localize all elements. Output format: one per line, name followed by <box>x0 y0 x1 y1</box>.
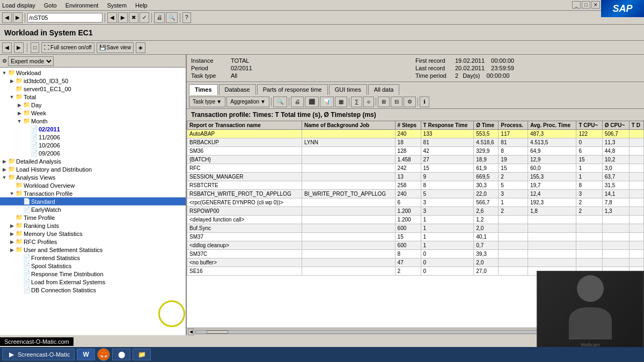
menu-help[interactable]: Help <box>135 2 148 9</box>
ctb-btn10[interactable]: ⊞ <box>378 97 390 107</box>
tree-item[interactable]: ▶📁Memory Use Statistics <box>0 230 186 238</box>
tree-item[interactable]: 📁Workload Overview <box>0 181 186 189</box>
tree-item[interactable]: 📄Response Time Distribution <box>0 270 186 278</box>
table-row[interactable]: RSPOWP001.20032,621,821,3 <box>187 207 644 216</box>
scroll-left-btn[interactable]: ◀ <box>188 329 194 335</box>
nav-btn4[interactable]: ✓ <box>140 12 149 23</box>
tree-item[interactable]: ▶📁id3tdc00_ID3_50 <box>0 77 186 85</box>
ctb-btn8[interactable]: ∑ <box>351 97 362 107</box>
taskbar-screencast[interactable]: ▶ Screencast-O-Matic <box>2 349 75 360</box>
menu-system[interactable]: System <box>107 2 127 9</box>
ctb-btn5[interactable]: ⬛ <box>305 97 319 107</box>
ctb-sep5 <box>418 98 418 106</box>
tab-gui-times[interactable]: GUI times <box>329 84 367 95</box>
close-button[interactable]: ✕ <box>591 1 600 9</box>
table-row[interactable]: RSBTCRTE258830,3519,7831,5 <box>187 181 644 190</box>
minimize-button[interactable]: _ <box>572 1 581 9</box>
command-input[interactable] <box>27 13 103 23</box>
ctb-btn9[interactable]: ⌾ <box>363 97 374 107</box>
tab-database[interactable]: Database <box>219 84 256 95</box>
taskbar-word[interactable]: W <box>77 349 95 360</box>
table-row[interactable]: BRBACKUPLYNN18814.518,6814.513,5011,3 <box>187 138 644 147</box>
table-cell: 8 <box>499 147 528 156</box>
tree-item[interactable]: 📄Standard <box>0 197 186 205</box>
tree-item[interactable]: 📄Spool Statistics <box>0 262 186 270</box>
table-row[interactable]: RFC2421561,91560,013,0 <box>187 164 644 173</box>
help-button[interactable]: ? <box>182 12 191 23</box>
extra-button[interactable]: ◈ <box>136 42 145 53</box>
table-row[interactable]: AutoABAP240133553,5117487,3122506,7 <box>187 130 644 138</box>
expert-mode-select[interactable]: Expert mode <box>8 56 54 66</box>
tree-item[interactable]: 📄02/2011 <box>0 125 186 133</box>
table-row[interactable]: SM3612842329,9864,9644,8 <box>187 147 644 156</box>
tree-item[interactable]: 📁server01_EC1_00 <box>0 85 186 93</box>
tree-item[interactable]: ▶📁Load History and Distribution <box>0 165 186 173</box>
nav-right-button[interactable]: ▶ <box>14 42 24 53</box>
tree-item[interactable]: ▼📁Analysis Views <box>0 173 186 181</box>
table-row[interactable]: {BATCH}1.4582718,91912,91510,2 <box>187 156 644 164</box>
save-view-button[interactable]: 💾 Save view <box>97 42 134 53</box>
tree-item[interactable]: ▼📁Workload <box>0 69 186 77</box>
back-button[interactable]: ◀ <box>2 12 12 23</box>
table-row[interactable]: <no buffer>4702,0 <box>187 258 644 267</box>
ctb-btn3[interactable]: 🔍 <box>273 97 287 107</box>
nav-btn1[interactable]: ◀ <box>107 12 117 23</box>
tree-item[interactable]: 📄DB Connection Statistics <box>0 286 186 294</box>
instance-row: Instance TOTAL <box>191 57 415 64</box>
menu-environment[interactable]: Environment <box>65 2 99 9</box>
table-row[interactable]: SM3715140,1 <box>187 233 644 241</box>
table-row[interactable]: RSBATCH_WRITE_PROT_TO_APPLLOGBI_WRITE_PR… <box>187 190 644 198</box>
find-button[interactable]: 🔍 <box>166 12 178 23</box>
tree-item[interactable]: ▼📁Transaction Profile <box>0 189 186 197</box>
tree-item[interactable]: 📄11/2006 <box>0 133 186 141</box>
menu-load-display[interactable]: Load display <box>2 2 35 9</box>
tree-item[interactable]: ▶📁RFC Profiles <box>0 238 186 246</box>
table-row[interactable]: SESSION_MANAGER139669,52155,3163,7 <box>187 173 644 181</box>
tree-item[interactable]: ▶📁Detailed Analysis <box>0 157 186 165</box>
taskbar-firefox[interactable]: 🦊 <box>97 348 110 361</box>
ctb-btn11[interactable]: ⊟ <box>391 97 402 107</box>
ctb-btn4[interactable]: 🖨 <box>291 97 304 107</box>
taskbar-other[interactable]: 📁 <box>133 349 151 360</box>
taskbar-chrome[interactable]: ⬤ <box>112 349 130 360</box>
tree-item[interactable]: 📁Time Profile <box>0 213 186 221</box>
aggregation-btn[interactable]: Aggregation ▼ <box>226 97 269 107</box>
tree-item[interactable]: 📄10/2006 <box>0 141 186 149</box>
tree-item[interactable]: 📄Frontend Statistics <box>0 254 186 262</box>
ctb-btn12[interactable]: ⚙ <box>404 97 416 107</box>
tree-item[interactable]: ▼📁Month <box>0 117 186 125</box>
table-row[interactable]: <ddlog cleanup>60010,7 <box>187 241 644 250</box>
nav-btn3[interactable]: ✖ <box>129 12 138 23</box>
tab-times[interactable]: Times <box>189 84 218 95</box>
table-row[interactable]: <delayed function call>1.20011,2 <box>187 216 644 224</box>
tree-item[interactable]: ▶📁Ranking Lists <box>0 221 186 230</box>
tree-item[interactable]: ▼📁Total <box>0 93 186 101</box>
tree-item[interactable]: 📄Load from External Systems <box>0 278 186 286</box>
menu-goto[interactable]: Goto <box>44 2 57 9</box>
table-row[interactable]: Buf.Sync60012,0 <box>187 224 644 233</box>
tree-item[interactable]: ▶📁Week <box>0 109 186 117</box>
display-button[interactable]: □ <box>31 42 39 53</box>
table-row[interactable]: SM37C8039,3 <box>187 250 644 258</box>
forward-button[interactable]: ▶ <box>13 12 23 23</box>
print-button[interactable]: 🖨 <box>154 12 165 23</box>
ctb-sep1 <box>271 98 272 106</box>
task-type-btn[interactable]: Task type ▼ <box>189 97 225 107</box>
ctb-info-btn[interactable]: ℹ <box>420 97 429 107</box>
scroll-thumb[interactable] <box>207 330 228 334</box>
tab-parts-response[interactable]: Parts of response time <box>257 84 328 95</box>
tab-all-data[interactable]: All data <box>368 84 400 95</box>
tree-item[interactable]: 📄EarlyWatch <box>0 205 186 213</box>
folder-icon: 📁 <box>8 158 16 165</box>
nav-btn2[interactable]: ▶ <box>118 12 128 23</box>
ctb-btn7[interactable]: ▦ <box>335 97 347 107</box>
maximize-button[interactable]: □ <box>582 1 590 9</box>
tree-item[interactable]: ▶📁User and Settlement Statistics <box>0 246 186 254</box>
folder-icon: 📁 <box>15 214 24 221</box>
tree-item[interactable]: ▶📁Day <box>0 101 186 109</box>
ctb-btn6[interactable]: 📊 <box>320 97 334 107</box>
tree-item[interactable]: 📄09/2006 <box>0 149 186 157</box>
full-screen-button[interactable]: ⛶ Full screen on/off <box>41 42 94 53</box>
table-row[interactable]: <rpc(GENERATE DYNPRO (cli wp 0))>63566,7… <box>187 198 644 207</box>
nav-left-button[interactable]: ◀ <box>2 42 12 53</box>
